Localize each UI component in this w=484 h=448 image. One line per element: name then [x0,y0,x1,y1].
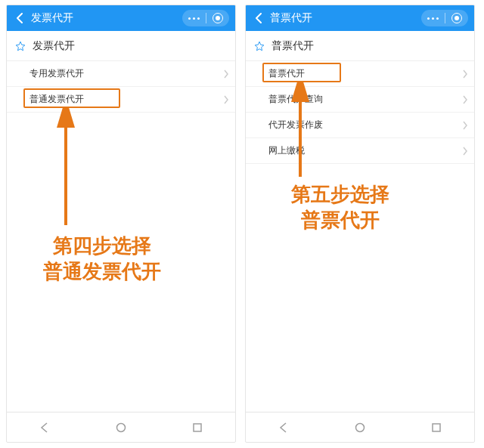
annotation-line2: 普通发票代开 [43,259,161,285]
list-item[interactable]: 普票代开查询 [246,87,474,113]
annotation-arrow [52,108,79,229]
content-area: 专用发票代开 普通发票代开 第四步选择 普通发票代开 [7,61,235,412]
miniapp-capsule[interactable] [182,10,229,26]
svg-point-1 [116,423,125,431]
star-icon[interactable] [14,40,26,52]
chevron-right-icon [462,147,468,156]
annotation-line1: 第五步选择 [291,182,389,208]
system-navbar [7,412,235,442]
more-icon[interactable] [188,17,200,20]
section-header: 普票代开 [246,31,474,61]
phone-right: 普票代开 普票代开 普票代开 普票代开查询 代开 [245,5,475,443]
nav-recent-icon[interactable] [421,416,451,439]
nav-back-icon[interactable] [29,416,60,439]
back-icon[interactable] [252,11,265,25]
more-icon[interactable] [427,17,439,20]
section-header: 发票代开 [7,31,235,61]
annotation-line2: 普票代开 [291,208,389,233]
list-item-label: 代开发票作废 [268,119,323,131]
close-icon[interactable] [213,13,223,23]
chevron-right-icon [462,121,468,130]
close-icon[interactable] [451,13,462,23]
list-item-label: 网上缴税 [268,144,305,157]
list-item[interactable]: 普票代开 [246,61,474,87]
svg-point-4 [355,423,364,431]
svg-rect-5 [433,424,440,431]
app-header: 发票代开 [7,5,235,31]
header-title: 普票代开 [270,11,312,25]
list-item-label: 普通发票代开 [29,93,84,106]
nav-back-icon[interactable] [268,416,299,439]
list-item[interactable]: 普通发票代开 [7,87,235,113]
list-item[interactable]: 网上缴税 [246,138,474,164]
section-title: 发票代开 [33,39,75,53]
back-icon[interactable] [13,11,26,25]
chevron-right-icon [223,95,229,104]
list-item-label: 普票代开 [268,67,305,80]
miniapp-capsule[interactable] [421,10,468,26]
chevron-right-icon [462,95,468,104]
list-item[interactable]: 专用发票代开 [7,61,235,87]
section-title: 普票代开 [271,39,314,53]
nav-home-icon[interactable] [345,416,375,439]
list-item-label: 普票代开查询 [268,93,323,106]
header-title: 发票代开 [31,11,73,25]
content-area: 普票代开 普票代开查询 代开发票作废 网上缴税 [246,61,474,412]
app-header: 普票代开 [246,5,474,31]
nav-recent-icon[interactable] [182,416,213,439]
chevron-right-icon [223,70,229,79]
screenshot-pair: 发票代开 发票代开 专用发票代开 普通发票代开 [0,0,484,447]
phone-left: 发票代开 发票代开 专用发票代开 普通发票代开 [6,5,236,443]
nav-home-icon[interactable] [106,416,136,439]
svg-rect-2 [194,424,201,431]
list-item-label: 专用发票代开 [29,67,84,80]
star-icon[interactable] [253,40,265,52]
annotation-caption: 第四步选择 普通发票代开 [43,233,161,285]
list-item[interactable]: 代开发票作废 [246,113,474,138]
annotation-caption: 第五步选择 普票代开 [291,182,389,233]
chevron-right-icon [462,70,468,79]
annotation-line1: 第四步选择 [43,233,161,259]
system-navbar [246,412,474,442]
